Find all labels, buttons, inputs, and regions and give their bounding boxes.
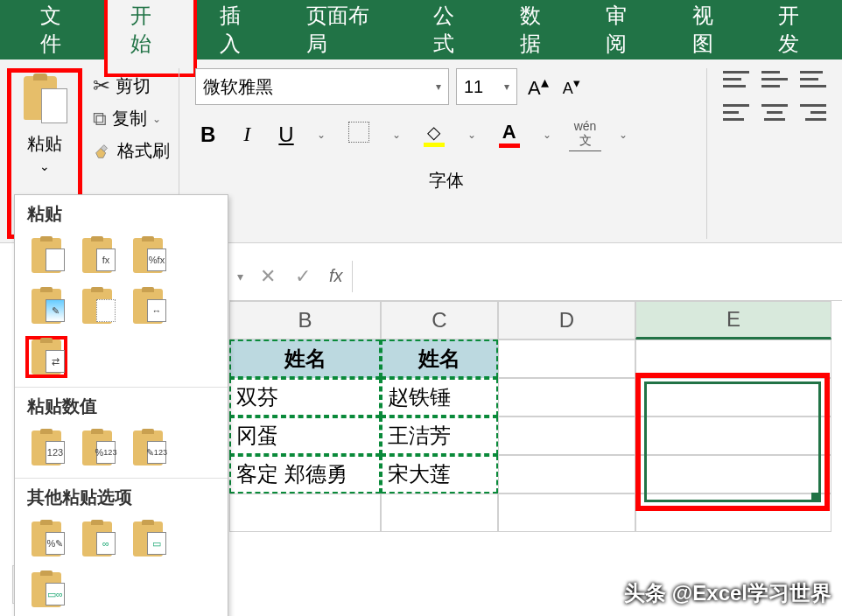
border-dropdown-icon[interactable]: ⌄: [392, 129, 401, 141]
col-header-c[interactable]: C: [381, 301, 498, 340]
alignment-group: [714, 68, 835, 239]
tab-home[interactable]: 开始: [104, 0, 198, 77]
paste-option-normal[interactable]: [25, 234, 67, 276]
paste-option-values[interactable]: 123: [25, 427, 67, 469]
copy-label: 复制: [112, 107, 147, 130]
scissors-icon: ✂: [93, 74, 110, 98]
cell-d1[interactable]: [498, 340, 635, 378]
cell-c3[interactable]: 王洁芳: [381, 416, 498, 455]
column-headers: B C D E: [229, 301, 842, 340]
cell-c1[interactable]: 姓名: [381, 340, 498, 378]
paste-other-section-title: 其他粘贴选项: [15, 478, 228, 514]
paste-option-values-number[interactable]: %123: [76, 427, 118, 469]
font-size-select[interactable]: 11 ▾: [456, 68, 517, 105]
cancel-entry-button[interactable]: ✕: [250, 265, 285, 288]
chevron-down-icon: ▾: [436, 80, 441, 93]
copy-dropdown-icon[interactable]: ⌄: [152, 113, 161, 125]
align-middle-button[interactable]: [761, 68, 788, 89]
paste-options-menu: 粘贴 fx %fx ✎ ↔ ⇄ 粘贴数值 123 %123 ✎123 其他粘贴选…: [14, 194, 228, 616]
tab-page-layout[interactable]: 页面布局: [284, 0, 410, 74]
tab-formulas[interactable]: 公式: [410, 0, 497, 74]
cell-d2[interactable]: [498, 378, 635, 416]
tab-data[interactable]: 数据: [497, 0, 584, 74]
cell-c4[interactable]: 宋大莲: [381, 455, 498, 494]
paste-values-section-title: 粘贴数值: [15, 387, 228, 424]
fill-dropdown-icon[interactable]: ⌄: [467, 129, 476, 141]
font-name-value: 微软雅黑: [203, 75, 273, 99]
paste-option-keep-source[interactable]: ✎: [25, 285, 67, 327]
paste-option-picture[interactable]: ▭: [127, 518, 169, 560]
underline-dropdown-icon[interactable]: ⌄: [317, 129, 326, 141]
font-name-select[interactable]: 微软雅黑 ▾: [195, 68, 449, 105]
paste-option-values-source[interactable]: ✎123: [127, 427, 169, 469]
tab-review[interactable]: 审阅: [583, 0, 670, 74]
insert-function-button[interactable]: fx: [320, 266, 352, 286]
fill-color-button[interactable]: ◇: [418, 120, 450, 149]
fill-handle[interactable]: [811, 493, 820, 501]
chevron-down-icon: ▾: [504, 80, 509, 93]
paste-option-no-borders[interactable]: [76, 285, 118, 327]
cell-c2[interactable]: 赵铁锤: [381, 378, 498, 416]
cell-b1[interactable]: 姓名: [229, 340, 381, 378]
col-header-b[interactable]: B: [229, 301, 381, 340]
font-group-label: 字体: [195, 169, 698, 192]
fill-color-swatch: [424, 143, 445, 147]
format-painter-button[interactable]: 格式刷: [93, 139, 170, 163]
font-group: 微软雅黑 ▾ 11 ▾ A▴ A▾ B I U ⌄ ⌄ ◇ ⌄ A: [186, 68, 707, 239]
cell-b3[interactable]: 冈蛋: [229, 416, 381, 455]
paste-option-formulas-number[interactable]: %fx: [127, 234, 169, 276]
worksheet-grid[interactable]: B C D E 姓名 姓名 双芬 赵铁锤 冈蛋 王洁芳 客定 郑德勇 宋大莲: [229, 301, 842, 616]
cell-c5[interactable]: [381, 494, 498, 532]
cell-d3[interactable]: [498, 416, 635, 455]
name-box-dropdown[interactable]: ▾: [229, 270, 250, 284]
brush-icon: [93, 142, 112, 161]
confirm-entry-button[interactable]: ✓: [285, 265, 320, 288]
tab-developer[interactable]: 开发: [755, 0, 842, 74]
paste-section-title: 粘贴: [15, 195, 228, 231]
paste-option-column-widths[interactable]: ↔: [127, 285, 169, 327]
decrease-font-button[interactable]: A▾: [559, 72, 584, 102]
bucket-icon: ◇: [427, 122, 440, 143]
border-button[interactable]: [343, 120, 375, 150]
paste-dropdown-arrow[interactable]: ⌄: [39, 159, 50, 173]
align-center-button[interactable]: [761, 102, 788, 122]
ribbon-tabs: 文件 开始 插入 页面布局 公式 数据 审阅 视图 开发: [0, 0, 842, 60]
phonetic-dropdown-icon[interactable]: ⌄: [619, 129, 628, 141]
align-left-button[interactable]: [723, 102, 749, 122]
bold-button[interactable]: B: [195, 121, 221, 149]
font-color-swatch: [499, 144, 520, 148]
formula-bar: ▾ ✕ ✓ fx: [229, 252, 842, 301]
cell-d5[interactable]: [498, 494, 635, 532]
paste-option-formulas[interactable]: fx: [76, 234, 118, 276]
align-bottom-button[interactable]: [800, 68, 826, 89]
font-size-value: 11: [464, 77, 483, 97]
paste-label: 粘贴: [27, 132, 62, 156]
watermark-text: 头条 @Excel学习世界: [624, 579, 831, 607]
formula-input[interactable]: [353, 252, 842, 300]
cell-b5[interactable]: [229, 494, 381, 532]
tab-file[interactable]: 文件: [18, 0, 104, 74]
align-top-button[interactable]: [723, 68, 749, 89]
col-header-e[interactable]: E: [635, 301, 831, 340]
cell-d4[interactable]: [498, 455, 635, 494]
col-header-d[interactable]: D: [498, 301, 635, 340]
underline-button[interactable]: U: [273, 121, 298, 149]
paste-option-transpose[interactable]: ⇄: [25, 336, 67, 378]
cell-b2[interactable]: 双芬: [229, 378, 381, 416]
format-painter-label: 格式刷: [117, 139, 170, 163]
increase-font-button[interactable]: A▴: [524, 69, 552, 103]
copy-button[interactable]: ⧉ 复制 ⌄: [93, 107, 170, 130]
fontcolor-dropdown-icon[interactable]: ⌄: [543, 129, 551, 141]
cell-b4[interactable]: 客定 郑德勇: [229, 455, 381, 494]
align-right-button[interactable]: [800, 102, 826, 122]
copy-icon: ⧉: [93, 108, 107, 130]
font-color-button[interactable]: A: [494, 119, 525, 150]
italic-button[interactable]: I: [238, 121, 256, 148]
tab-insert[interactable]: 插入: [197, 0, 284, 74]
paste-option-formatting[interactable]: %✎: [25, 518, 67, 560]
phonetic-guide-button[interactable]: wén 文: [569, 117, 602, 151]
cut-button[interactable]: ✂ 剪切: [93, 74, 170, 98]
paste-option-link[interactable]: ∞: [76, 518, 118, 560]
tab-view[interactable]: 视图: [670, 0, 756, 74]
paste-option-linked-picture[interactable]: ▭∞: [25, 569, 67, 611]
